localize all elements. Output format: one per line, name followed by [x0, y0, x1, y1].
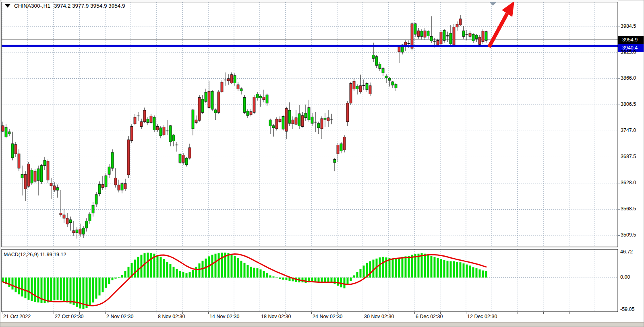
price-axis-label: 3568.5	[621, 206, 636, 212]
time-axis-tick	[260, 312, 260, 314]
time-axis-tick	[79, 312, 80, 314]
time-axis-tick	[569, 312, 569, 314]
mt4-chart-window: CHINA300-,H1 3974.2 3977.9 3954.9 3954.9…	[0, 0, 644, 327]
time-axis-tick	[543, 312, 544, 314]
macd-indicator-label: MACD(12,26,9) 11.99 19.12	[4, 252, 66, 257]
time-axis-tick	[131, 312, 131, 314]
time-axis-tick	[389, 312, 389, 314]
time-axis-tick	[28, 312, 28, 314]
price-axis-tick	[618, 209, 620, 210]
pane-borders	[2, 1, 618, 312]
price-axis-label: 3687.5	[621, 154, 636, 159]
symbol-dropdown-icon[interactable]	[5, 4, 10, 8]
price-axis-tick	[618, 235, 620, 236]
macd-axis-label: -59.05	[620, 306, 634, 312]
price-axis-tick	[618, 183, 620, 183]
time-axis-tick	[54, 312, 54, 314]
time-axis-tick	[466, 312, 466, 314]
time-axis-tick	[440, 312, 441, 314]
price-axis-label: 3984.5	[621, 23, 636, 29]
time-axis-tick	[595, 312, 595, 314]
time-axis-tick	[2, 312, 2, 314]
time-axis-tick	[363, 312, 363, 314]
time-axis-tick	[157, 312, 157, 314]
time-axis-tick	[208, 312, 209, 314]
time-axis-label: 8 Nov 02:30	[158, 314, 185, 319]
time-axis-tick	[337, 312, 338, 314]
price-axis-label: 3866.0	[621, 75, 636, 81]
macd-axis-label: 0.00	[620, 274, 630, 280]
time-axis-label: 12 Dec 02:30	[467, 314, 497, 319]
ohlc-values: 3974.2 3977.9 3954.9 3954.9	[54, 3, 125, 9]
time-axis-label: 27 Oct 02:30	[55, 314, 84, 319]
price-axis-label: 3628.0	[621, 180, 636, 185]
price-axis-tick	[618, 27, 620, 27]
price-axis-tick	[618, 131, 620, 131]
chart-canvas[interactable]	[0, 0, 644, 327]
price-axis-tick	[618, 78, 620, 79]
support-line[interactable]	[2, 45, 618, 47]
price-axis-tick	[618, 53, 620, 53]
time-axis-label: 18 Nov 02:30	[261, 314, 291, 319]
time-axis-label: 2 Nov 02:30	[106, 314, 133, 319]
chart-title: CHINA300-,H1 3974.2 3977.9 3954.9 3954.9	[5, 3, 125, 9]
window-bottom-edge	[0, 322, 644, 327]
bid-price-badge: 3954.9	[618, 36, 644, 44]
grid-horizontal	[2, 27, 618, 278]
time-axis-tick	[105, 312, 106, 314]
time-axis-tick	[286, 312, 286, 314]
time-axis-tick	[234, 312, 234, 314]
time-axis-tick	[182, 312, 183, 314]
time-axis-tick	[492, 312, 492, 314]
trend-arrow[interactable]	[489, 1, 514, 47]
symbol-period-label: CHINA300-,H1	[14, 3, 50, 9]
time-axis-label: 6 Dec 02:30	[416, 314, 443, 319]
macd-histogram	[2, 253, 487, 309]
price-axis-label: 3925.0	[621, 49, 636, 55]
price-axis-tick	[618, 105, 620, 105]
time-axis-label: 21 Oct 2022	[3, 314, 31, 319]
time-axis-label: 24 Nov 02:30	[313, 314, 342, 319]
time-axis-tick	[518, 312, 518, 314]
time-axis-tick	[311, 312, 312, 314]
price-axis-label: 3747.0	[621, 128, 636, 133]
price-axis-label: 3509.5	[621, 232, 636, 238]
macd-axis-label: 46.72	[620, 249, 633, 255]
macd-signal-line	[3, 254, 486, 306]
chart-end-marker-icon	[489, 2, 497, 6]
price-axis-tick	[618, 157, 620, 157]
time-axis-label: 14 Nov 02:30	[209, 314, 239, 319]
price-axis-label: 3806.5	[621, 101, 636, 107]
time-axis-label: 30 Nov 02:30	[364, 314, 394, 319]
time-axis-tick	[414, 312, 415, 314]
